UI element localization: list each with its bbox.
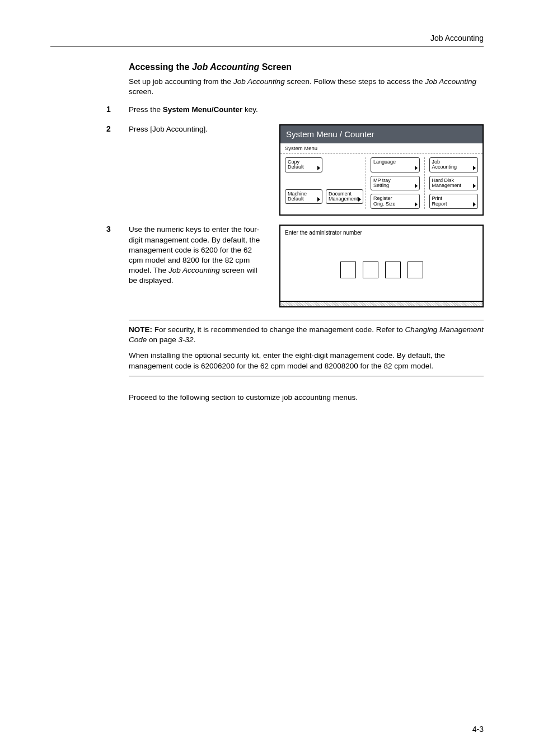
job-accounting-button[interactable]: JobAccounting xyxy=(429,157,479,172)
chapter-header: Job Accounting xyxy=(50,34,484,46)
step-2: 2 Press [Job Accounting]. System Menu / … xyxy=(129,124,484,216)
intro-paragraph: Set up job accounting from the Job Accou… xyxy=(129,77,484,97)
intro-mid: screen. Follow these steps to access the xyxy=(285,77,425,86)
note-p1-pre: For security, it is recommended to chang… xyxy=(152,325,405,334)
screen2-footer xyxy=(280,301,483,306)
screen1-title: System Menu / Counter xyxy=(280,125,483,143)
step-1-pre: Press the xyxy=(129,105,163,114)
digit-box-2[interactable] xyxy=(363,262,378,278)
screen1-left-group: CopyDefault MachineDefault xyxy=(285,157,363,209)
screen2-title: Enter the administrator number xyxy=(280,226,483,239)
step-1-body: Press the System Menu/Counter key. xyxy=(129,105,484,115)
digit-box-1[interactable] xyxy=(340,262,356,278)
step-3-text: Use the numeric keys to enter the four-d… xyxy=(129,225,266,286)
screen1-subtitle: System Menu xyxy=(280,143,483,154)
machine-default-button[interactable]: MachineDefault xyxy=(285,189,322,204)
step-3-body: Use the numeric keys to enter the four-d… xyxy=(129,225,484,307)
step-2-body: Press [Job Accounting]. System Menu / Co… xyxy=(129,124,484,216)
screen1-right-group: JobAccounting Hard DiskManagement PrintR… xyxy=(427,157,479,209)
digit-box-4[interactable] xyxy=(407,262,423,278)
heading-ital: Job Accounting xyxy=(192,62,259,72)
digit-box-3[interactable] xyxy=(385,262,401,278)
step-1-post: key. xyxy=(242,105,258,114)
note-p1: NOTE: For security, it is recommended to… xyxy=(129,325,484,345)
heading-pre: Accessing the xyxy=(129,62,192,72)
step-3-number: 3 xyxy=(106,225,129,234)
document-management-button[interactable]: DocumentManagement xyxy=(326,189,363,204)
step-2-number: 2 xyxy=(106,124,129,133)
step-2-text: Press [Job Accounting]. xyxy=(129,124,266,134)
content-column: Accessing the Job Accounting Screen Set … xyxy=(129,62,484,402)
heading-post: Screen xyxy=(259,62,292,72)
section-heading: Accessing the Job Accounting Screen xyxy=(129,62,484,72)
intro-post: screen. xyxy=(129,87,153,96)
register-orig-size-button[interactable]: RegisterOrig. Size xyxy=(371,194,420,209)
note-label: NOTE: xyxy=(129,325,152,334)
digit-entry-row xyxy=(280,239,483,301)
note-p2: When installing the optional security ki… xyxy=(129,351,484,371)
intro-pre: Set up job accounting from the xyxy=(129,77,233,86)
step-1-bold: System Menu/Counter xyxy=(163,105,243,114)
step-3-ital: Job Accounting xyxy=(168,266,220,274)
footer-text: Proceed to the following section to cust… xyxy=(129,393,484,402)
step-1-number: 1 xyxy=(106,105,129,114)
step-3: 3 Use the numeric keys to enter the four… xyxy=(129,225,484,307)
page-number: 4-3 xyxy=(472,725,484,734)
note-p1-mid: on page xyxy=(147,335,178,344)
screen1-mid-group: Language MP traySetting RegisterOrig. Si… xyxy=(366,157,425,209)
header-rule xyxy=(50,46,484,46)
admin-number-screen: Enter the administrator number xyxy=(279,225,484,307)
mp-tray-setting-button[interactable]: MP traySetting xyxy=(371,176,420,191)
page: Job Accounting Accessing the Job Account… xyxy=(0,0,534,756)
note-p1-ital2: 3-32 xyxy=(179,335,194,344)
hard-disk-management-button[interactable]: Hard DiskManagement xyxy=(429,176,479,191)
note-p1-post: . xyxy=(194,335,196,344)
copy-default-button[interactable]: CopyDefault xyxy=(285,157,322,172)
intro-ital2: Job Accounting xyxy=(425,77,476,86)
print-report-button[interactable]: PrintReport xyxy=(429,194,479,209)
note-block: NOTE: For security, it is recommended to… xyxy=(129,320,484,376)
language-button[interactable]: Language xyxy=(371,157,420,172)
intro-ital1: Job Accounting xyxy=(233,77,285,86)
system-menu-screen: System Menu / Counter System Menu CopyDe… xyxy=(279,124,484,216)
screen1-body: CopyDefault MachineDefault xyxy=(280,154,483,215)
step-1: 1 Press the System Menu/Counter key. xyxy=(129,105,484,115)
